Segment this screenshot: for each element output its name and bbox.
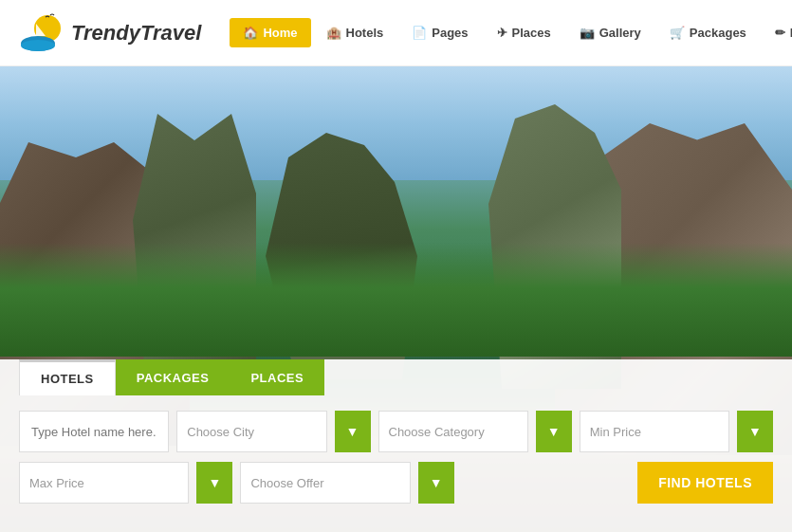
hotel-name-input[interactable] (20, 412, 168, 451)
offer-dropdown-btn[interactable]: ▼ (418, 462, 454, 504)
search-panel: HOTELS PACKAGES PLACES Choose City ▼ Cho… (0, 359, 792, 532)
min-price-dropdown-btn[interactable]: ▼ (737, 411, 773, 452)
logo-svg (19, 9, 71, 57)
offer-dropdown-wrap: Choose Offer (240, 462, 410, 504)
nav-item-hotels[interactable]: 🏨 Hotels (313, 18, 397, 47)
max-price-dropdown-btn[interactable]: ▼ (196, 462, 232, 504)
city-dropdown-btn[interactable]: ▼ (335, 411, 371, 452)
gallery-icon: 📷 (580, 26, 595, 40)
category-select[interactable]: Choose Category (379, 412, 527, 451)
pages-icon: 📄 (412, 26, 427, 40)
search-row-2: Max Price ▼ Choose Offer ▼ FIND HOTELS (19, 462, 773, 504)
category-dropdown-wrap: Choose Category (378, 411, 528, 452)
min-price-select[interactable]: Min Price (580, 412, 728, 451)
min-price-wrap: Min Price (580, 411, 729, 452)
nav-item-blog[interactable]: ✏ Blog (762, 18, 792, 47)
tab-packages[interactable]: PACKAGES (116, 359, 230, 395)
nav-menu: 🏠 Home 🏨 Hotels 📄 Pages ✈ Places 📷 Galle… (230, 18, 792, 47)
category-dropdown-btn[interactable]: ▼ (536, 411, 572, 452)
svg-point-2 (21, 40, 55, 51)
tab-places[interactable]: PLACES (230, 359, 324, 395)
logo: TrendyTravel (19, 9, 201, 57)
nav-item-gallery[interactable]: 📷 Gallery (566, 18, 654, 47)
max-price-select[interactable]: Max Price (20, 463, 188, 503)
hotels-nav-icon: 🏨 (326, 26, 341, 40)
hero-section: HOTELS PACKAGES PLACES Choose City ▼ Cho… (0, 66, 792, 532)
find-hotels-button[interactable]: FIND HOTELS (637, 462, 773, 504)
city-dropdown-wrap: Choose City (176, 411, 326, 452)
nav-item-places[interactable]: ✈ Places (484, 18, 564, 47)
hotel-name-field-wrap (19, 411, 169, 452)
navbar: TrendyTravel 🏠 Home 🏨 Hotels 📄 Pages ✈ P… (0, 0, 792, 66)
city-select[interactable]: Choose City (177, 412, 325, 451)
search-tabs: HOTELS PACKAGES PLACES (19, 359, 773, 395)
nav-item-home[interactable]: 🏠 Home (230, 18, 310, 47)
places-icon: ✈ (497, 26, 507, 40)
greenery-bg (0, 243, 792, 357)
search-row-1: Choose City ▼ Choose Category ▼ Min Pric… (19, 411, 773, 452)
offer-select[interactable]: Choose Offer (241, 463, 409, 503)
packages-icon: 🛒 (670, 26, 685, 40)
logo-text: TrendyTravel (71, 21, 201, 46)
max-price-wrap: Max Price (19, 462, 189, 504)
blog-icon: ✏ (775, 26, 785, 40)
tab-hotels[interactable]: HOTELS (19, 359, 116, 395)
nav-item-pages[interactable]: 📄 Pages (398, 18, 481, 47)
home-icon: 🏠 (243, 26, 258, 40)
nav-item-packages[interactable]: 🛒 Packages (656, 18, 760, 47)
